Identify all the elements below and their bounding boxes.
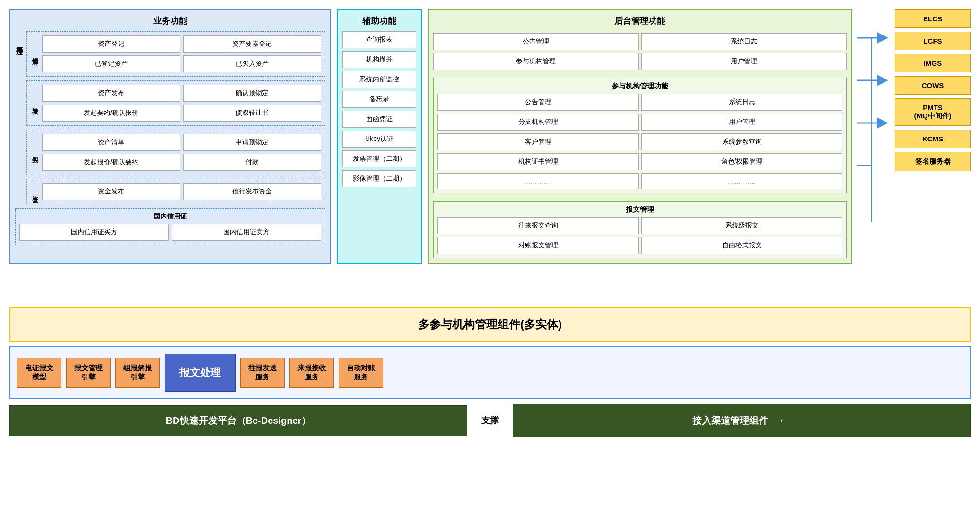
backend-box: 后台管理功能 公告管理 系统日志 参与机构管理 用户管理 参与机构管理功能 公告… bbox=[428, 9, 852, 264]
parse-engine: 组报解报 引擎 bbox=[115, 358, 160, 388]
org-mgmt-box: 参与机构管理功能 公告管理 系统日志 分支机构管理 用户管理 客户管理 系统参数… bbox=[433, 78, 847, 193]
baogou-label: 包买 bbox=[31, 151, 39, 153]
backend-top-1: 系统日志 bbox=[641, 33, 847, 50]
zijin-item-1: 他行发布资金 bbox=[183, 183, 321, 200]
zijin-section: 资金 资金发布 他行发布资金 bbox=[26, 179, 325, 204]
credit-item-1: 国内信用证卖方 bbox=[172, 224, 321, 241]
zijin-label: 资金 bbox=[31, 191, 39, 193]
fufeiting-label: 福费迁 bbox=[15, 41, 24, 44]
org-item-0: 公告管理 bbox=[438, 94, 639, 111]
msg-title: 报文管理 bbox=[438, 205, 842, 214]
aux-item-6: 发票管理（二期） bbox=[342, 150, 416, 167]
msg-model: 电证报文 模型 bbox=[17, 358, 61, 388]
msg-engine: 报文管理 引擎 bbox=[66, 358, 111, 388]
org-item-1: 系统日志 bbox=[641, 94, 842, 111]
org-item-3: 用户管理 bbox=[641, 114, 842, 131]
backend-top-grid: 公告管理 系统日志 参与机构管理 用户管理 bbox=[433, 33, 847, 70]
backend-top-0: 公告管理 bbox=[433, 33, 639, 50]
asset-item-0: 资产登记 bbox=[42, 35, 180, 53]
org-item-7: 角色/权限管理 bbox=[641, 153, 842, 170]
baogou-item-0: 资产清单 bbox=[42, 134, 180, 151]
channel-mgmt: 接入渠道管理组件 ← bbox=[513, 404, 971, 437]
org-ellipsis-1: …… …… bbox=[641, 173, 842, 189]
asset-item-2: 已登记资产 bbox=[42, 55, 180, 72]
main-container: 业务功能 福费迁 资产管理 资产登记 资产要素登记 bbox=[0, 0, 980, 526]
ext-imgs: IMGS bbox=[895, 54, 971, 72]
ext-pmts: PMTS (MQ中间件) bbox=[895, 98, 971, 126]
credit-item-0: 国内信用证买方 bbox=[19, 224, 169, 241]
aux-item-1: 机构撤并 bbox=[342, 51, 416, 68]
top-with-external: 业务功能 福费迁 资产管理 资产登记 资产要素登记 bbox=[9, 9, 971, 303]
bottom-section: 电证报文 模型 报文管理 引擎 组报解报 引擎 报文处理 往报发送 服务 来报接… bbox=[9, 346, 971, 399]
backend-top-2: 参与机构管理 bbox=[433, 53, 639, 70]
baogou-section: 包买 资产清单 申请预锁定 发起报价/确认要约 付款 bbox=[26, 130, 325, 175]
org-item-2: 分支机构管理 bbox=[438, 114, 639, 131]
aux-item-7: 影像管理（二期） bbox=[342, 170, 416, 187]
ext-lcfs: LCFS bbox=[895, 32, 971, 50]
baogou-item-2: 发起报价/确认要约 bbox=[42, 154, 180, 171]
org-mgmt-title: 参与机构管理功能 bbox=[438, 82, 842, 91]
zhuanmai-item-3: 债权转让书 bbox=[183, 105, 321, 122]
baogou-item-1: 申请预锁定 bbox=[183, 134, 321, 151]
org-item-6: 机构证书管理 bbox=[438, 153, 639, 170]
backend-top-3: 用户管理 bbox=[641, 53, 847, 70]
msg-item-2: 对账报文管理 bbox=[438, 237, 639, 254]
recv-service: 来报接收 服务 bbox=[289, 358, 334, 388]
msg-item-3: 自由格式报文 bbox=[641, 237, 842, 254]
aux-item-2: 系统内部监控 bbox=[342, 71, 416, 88]
zhuanmai-label: 转卖 bbox=[31, 102, 39, 104]
credit-title: 国内信用证 bbox=[19, 212, 321, 221]
msg-mgmt-box: 报文管理 往来报文查询 系统级报文 对账报文管理 自由格式报文 bbox=[433, 201, 847, 258]
support-text: 支撑 bbox=[472, 415, 508, 426]
left-three: 业务功能 福费迁 资产管理 资产登记 资产要素登记 bbox=[9, 9, 852, 264]
baogou-item-3: 付款 bbox=[183, 154, 321, 171]
ext-signature: 签名服务器 bbox=[895, 152, 971, 171]
business-box: 业务功能 福费迁 资产管理 资产登记 资产要素登记 bbox=[9, 9, 331, 264]
aux-item-3: 备忘录 bbox=[342, 91, 416, 108]
ext-kcms: KCMS bbox=[895, 130, 971, 148]
org-grid: 公告管理 系统日志 分支机构管理 用户管理 客户管理 系统参数查询 机构证书管理… bbox=[438, 94, 842, 189]
org-ellipsis-0: …… …… bbox=[438, 173, 639, 189]
org-item-5: 系统参数查询 bbox=[641, 133, 842, 150]
asset-mgmt-section: 资产管理 资产登记 资产要素登记 已登记资产 已买入资产 bbox=[26, 31, 325, 77]
asset-item-3: 已买入资产 bbox=[183, 55, 321, 72]
middle-bar: 多参与机构管理组件(多实体) bbox=[9, 307, 971, 342]
auxiliary-box: 辅助功能 查询报表 机构撤并 系统内部监控 备忘录 面函凭证 Ukey认证 发票… bbox=[337, 9, 422, 264]
zhuanmai-item-1: 确认预锁定 bbox=[183, 85, 321, 102]
channel-label: 接入渠道管理组件 bbox=[692, 414, 768, 427]
connector-svg bbox=[857, 9, 895, 303]
org-item-4: 客户管理 bbox=[438, 133, 639, 150]
external-systems: ELCS LCFS IMGS COWS PMTS (MQ中间件) KCMS 签名… bbox=[895, 9, 971, 171]
reconcile-service: 自动对账 服务 bbox=[339, 358, 383, 388]
zhuanmai-item-0: 资产发布 bbox=[42, 85, 180, 102]
zhuanmai-item-2: 发起要约/确认报价 bbox=[42, 105, 180, 122]
msg-grid: 往来报文查询 系统级报文 对账报文管理 自由格式报文 bbox=[438, 217, 842, 254]
msg-item-0: 往来报文查询 bbox=[438, 217, 639, 234]
aux-items: 查询报表 机构撤并 系统内部监控 备忘录 面函凭证 Ukey认证 发票管理（二期… bbox=[342, 31, 416, 187]
auxiliary-title: 辅助功能 bbox=[342, 15, 416, 26]
asset-mgmt-label: 资产管理 bbox=[31, 52, 39, 56]
ext-cows: COWS bbox=[895, 76, 971, 95]
msg-item-1: 系统级报文 bbox=[641, 217, 842, 234]
zhuanmai-section: 转卖 资产发布 确认预锁定 发起要约/确认报价 债权转让书 bbox=[26, 80, 325, 126]
external-area: ELCS LCFS IMGS COWS PMTS (MQ中间件) KCMS 签名… bbox=[852, 9, 971, 303]
aux-item-0: 查询报表 bbox=[342, 31, 416, 48]
asset-item-1: 资产要素登记 bbox=[183, 35, 321, 53]
zijin-item-0: 资金发布 bbox=[42, 183, 180, 200]
ext-elcs: ELCS bbox=[895, 9, 971, 28]
credit-section: 国内信用证 国内信用证买方 国内信用证卖方 bbox=[15, 208, 325, 245]
left-arrow-icon: ← bbox=[778, 413, 791, 428]
aux-item-5: Ukey认证 bbox=[342, 131, 416, 148]
backend-title: 后台管理功能 bbox=[433, 15, 847, 26]
bottom-bar: BD快速开发平台（Be-Designer） 支撑 接入渠道管理组件 ← bbox=[9, 404, 971, 437]
send-service: 往报发送 服务 bbox=[240, 358, 285, 388]
aux-item-4: 面函凭证 bbox=[342, 111, 416, 128]
business-title: 业务功能 bbox=[15, 15, 325, 26]
bd-platform: BD快速开发平台（Be-Designer） bbox=[9, 405, 467, 436]
msg-process: 报文处理 bbox=[165, 354, 236, 392]
